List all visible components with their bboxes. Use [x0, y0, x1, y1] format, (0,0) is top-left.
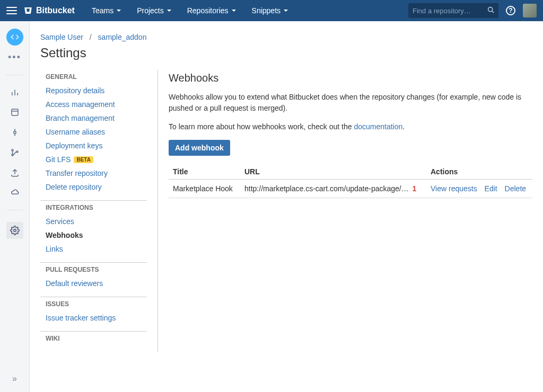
view-requests-link[interactable]: View requests [431, 184, 477, 193]
panel-title: Webhooks [169, 72, 532, 84]
page-title: Settings [40, 46, 532, 60]
breadcrumb-separator: / [90, 33, 92, 41]
rail-settings-active[interactable] [6, 222, 23, 239]
nav-transfer-repo[interactable]: Transfer repository [40, 166, 147, 180]
rail-upload-icon[interactable] [10, 167, 20, 178]
nav-issue-tracker[interactable]: Issue tracker settings [40, 311, 147, 325]
svg-point-14 [13, 229, 16, 232]
svg-point-0 [488, 7, 493, 12]
nav-repositories[interactable]: Repositories [182, 0, 241, 21]
rail-cloud-icon[interactable] [10, 188, 20, 198]
panel-description-1: Webhooks allow you to extend what Bitbuc… [169, 92, 532, 114]
add-webhook-button[interactable]: Add webhook [169, 140, 230, 156]
nav-heading-wiki: WIKI [40, 331, 147, 345]
webhooks-table: Title URL Actions Marketplace Hook http:… [169, 164, 532, 198]
nav-delete-repo[interactable]: Delete repository [40, 180, 147, 194]
left-rail: ••• » [0, 21, 30, 392]
svg-point-7 [13, 131, 16, 134]
bitbucket-logo[interactable]: Bitbucket [23, 6, 75, 15]
panel-description-2: To learn more about how webhooks work, c… [169, 121, 532, 132]
rail-more-icon[interactable]: ••• [8, 52, 21, 63]
th-title: Title [169, 164, 240, 180]
beta-badge: BETA [74, 156, 93, 163]
svg-point-10 [12, 149, 13, 151]
nav-default-reviewers[interactable]: Default reviewers [40, 277, 147, 290]
nav-access-mgmt[interactable]: Access management [40, 97, 147, 111]
settings-nav: GENERAL Repository details Access manage… [40, 70, 157, 352]
rail-commits-icon[interactable] [10, 127, 20, 138]
th-url: URL [240, 164, 426, 180]
rail-source-icon[interactable] [10, 107, 20, 118]
nav-services[interactable]: Services [40, 215, 147, 228]
nav-username-aliases[interactable]: Username aliases [40, 125, 147, 139]
chevron-down-icon [232, 10, 236, 12]
nav-teams[interactable]: Teams [86, 0, 126, 21]
avatar[interactable] [523, 4, 537, 17]
th-actions: Actions [426, 164, 532, 180]
cell-title: Marketplace Hook [169, 180, 240, 198]
cell-url: http://marketplace.cs-cart.com/update-pa… [240, 180, 426, 198]
settings-panel: Webhooks Webhooks allow you to extend wh… [157, 70, 532, 352]
chevron-down-icon [284, 10, 288, 12]
rail-divider [6, 210, 23, 210]
table-row: Marketplace Hook http://marketplace.cs-c… [169, 180, 532, 198]
cell-actions: View requests Edit Delete [426, 180, 532, 198]
nav-deployment-keys[interactable]: Deployment keys [40, 139, 147, 153]
menu-icon[interactable] [6, 5, 17, 16]
svg-line-1 [492, 11, 494, 13]
nav-git-lfs[interactable]: Git LFS BETA [40, 153, 147, 166]
documentation-link[interactable]: documentation [354, 122, 402, 131]
search-icon [487, 6, 494, 15]
rail-overview-icon[interactable] [6, 29, 23, 46]
nav-heading-pull: PULL REQUESTS [40, 262, 147, 277]
breadcrumb-user[interactable]: Sample User [40, 33, 83, 41]
nav-webhooks[interactable]: Webhooks [40, 228, 147, 242]
top-navigation: Bitbucket Teams Projects Repositories Sn… [0, 0, 543, 21]
breadcrumb: Sample User / sample_addon [40, 33, 532, 41]
rail-divider [6, 75, 23, 75]
svg-point-12 [16, 151, 18, 153]
chevron-down-icon [167, 10, 171, 12]
nav-projects[interactable]: Projects [132, 0, 177, 21]
top-nav-links: Teams Projects Repositories Snippets [86, 0, 293, 21]
request-count-badge: 1 [411, 184, 418, 193]
help-icon[interactable]: ? [506, 6, 515, 15]
nav-links[interactable]: Links [40, 242, 147, 256]
edit-link[interactable]: Edit [485, 184, 497, 193]
delete-link[interactable]: Delete [505, 184, 526, 193]
nav-snippets[interactable]: Snippets [247, 0, 293, 21]
rail-branches-icon[interactable] [10, 147, 20, 158]
rail-expand-icon[interactable]: » [12, 374, 17, 384]
nav-heading-issues: ISSUES [40, 297, 147, 311]
rail-chart-icon[interactable] [10, 87, 20, 97]
nav-branch-mgmt[interactable]: Branch management [40, 111, 147, 125]
breadcrumb-repo[interactable]: sample_addon [98, 33, 147, 41]
nav-heading-general: GENERAL [40, 70, 147, 84]
chevron-down-icon [117, 10, 121, 12]
search-input[interactable] [413, 7, 481, 15]
top-right-controls: ? [408, 3, 537, 18]
repo-search[interactable] [408, 3, 498, 18]
nav-repo-details[interactable]: Repository details [40, 84, 147, 97]
svg-rect-5 [12, 109, 18, 115]
nav-heading-integrations: INTEGRATIONS [40, 200, 147, 215]
app-name: Bitbucket [36, 6, 75, 15]
main-content: Sample User / sample_addon Settings GENE… [30, 21, 543, 392]
bucket-icon [23, 6, 33, 15]
